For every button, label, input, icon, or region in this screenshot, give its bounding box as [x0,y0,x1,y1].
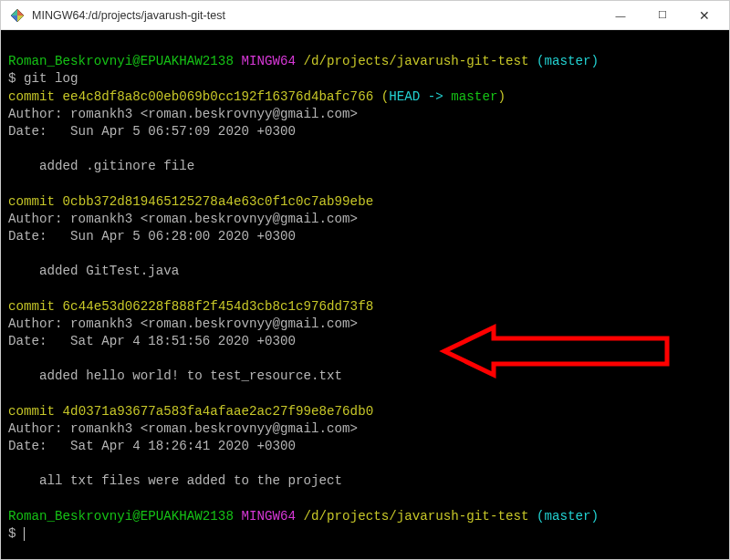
commit-hash: 0cbb372d819465125278a4e63c0f1c0c7ab99ebe [63,194,374,209]
prompt-branch: (master) [537,54,599,68]
prompt-path: /d/projects/javarush-git-test [304,54,529,68]
prompt-user-host: Roman_Beskrovnyi@EPUAKHAW2138 [8,509,234,524]
terminal-output[interactable]: Roman_Beskrovnyi@EPUAKHAW2138 MINGW64 /d… [1,30,729,559]
commit-line: commit 6c44e53d06228f888f2f454d3cb8c1c97… [8,299,373,314]
svg-marker-3 [11,16,17,22]
commit-message: added .gitinore file [8,159,194,173]
date-line: Date: Sat Apr 4 18:51:56 2020 +0300 [8,334,296,348]
window-titlebar[interactable]: MINGW64:/d/projects/javarush-git-test — … [1,1,729,30]
close-button[interactable]: ✕ [683,1,725,29]
commit-message: added GitTest.java [8,264,179,278]
commit-message: added hello world! to test_resource.txt [8,368,342,383]
author-line: Author: romankh3 <roman.beskrovnyy@gmail… [8,212,358,226]
prompt-env: MINGW64 [241,509,296,524]
prompt-line: Roman_Beskrovnyi@EPUAKHAW2138 MINGW64 /d… [8,509,599,524]
svg-marker-4 [17,16,24,22]
commit-hash: ee4c8df8a8c00eb069b0cc192f16376d4bafc766 [63,89,374,104]
prompt-line: Roman_Beskrovnyi@EPUAKHAW2138 MINGW64 /d… [8,54,599,68]
maximize-button[interactable]: ☐ [641,1,683,29]
date-line: Date: Sun Apr 5 06:57:09 2020 +0300 [8,124,296,139]
red-arrow-annotation [439,324,676,379]
commit-hash: 4d0371a93677a583fa4afaae2ac27f99e8e76db0 [63,404,374,419]
prompt-path: /d/projects/javarush-git-test [304,509,529,524]
svg-marker-2 [11,9,17,16]
ref-head: HEAD -> [389,89,451,104]
cursor-icon [24,527,25,541]
commit-line: commit ee4c8df8a8c00eb069b0cc192f16376d4… [8,89,506,104]
date-line: Date: Sun Apr 5 06:28:00 2020 +0300 [8,229,296,244]
command-line: $ git log [8,71,78,86]
commit-line: commit 4d0371a93677a583fa4afaae2ac27f99e… [8,404,373,419]
prompt-input-line: $ [8,526,25,541]
terminal-window: MINGW64:/d/projects/javarush-git-test — … [0,0,730,560]
ref-branch: master [451,89,497,104]
author-line: Author: romankh3 <roman.beskrovnyy@gmail… [8,316,358,331]
command-text: git log [24,71,78,86]
commit-hash: 6c44e53d06228f888f2f454d3cb8c1c976dd73f8 [63,299,374,314]
prompt-env: MINGW64 [241,54,296,68]
date-line: Date: Sat Apr 4 18:26:41 2020 +0300 [8,439,296,453]
commit-line: commit 0cbb372d819465125278a4e63c0f1c0c7… [8,194,373,209]
window-controls: — ☐ ✕ [600,1,725,29]
minimize-button[interactable]: — [600,1,641,29]
mingw-diamond-icon [10,8,25,23]
prompt-branch: (master) [537,509,599,524]
commit-message: all txt files were added to the project [8,473,342,488]
author-line: Author: romankh3 <roman.beskrovnyy@gmail… [8,107,358,121]
author-line: Author: romankh3 <roman.beskrovnyy@gmail… [8,421,358,436]
prompt-user-host: Roman_Beskrovnyi@EPUAKHAW2138 [8,54,234,68]
window-title: MINGW64:/d/projects/javarush-git-test [32,9,600,22]
